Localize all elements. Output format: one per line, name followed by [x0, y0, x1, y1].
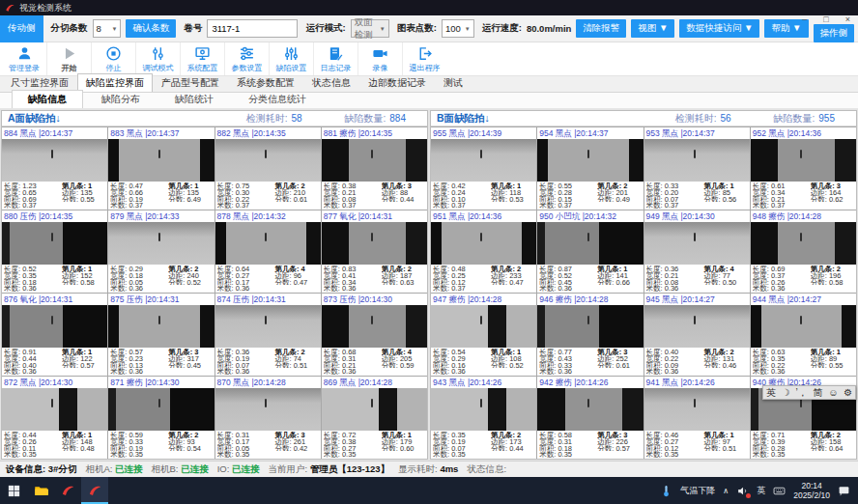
notification-dot [746, 493, 751, 498]
info-strip: 第几条: 1 [703, 182, 747, 189]
info-score: 分数: 0.51 [274, 362, 318, 369]
ime-punctuation-toggle[interactable]: ’， [795, 386, 807, 399]
defect-cell[interactable]: 880 压伤 |20:14:35长度: 0.52宽度: 0.35面积: 0.18… [2, 210, 107, 293]
defect-cell[interactable]: 942 擦伤 |20:14:26长度: 0.58宽度: 0.31面积: 0.18… [537, 377, 643, 459]
ime-lang-indicator[interactable]: 英 [757, 485, 765, 497]
ime-lang-toggle[interactable]: 英 [766, 386, 776, 399]
defect-cell[interactable]: 954 黑点 |20:14:37长度: 0.55宽度: 0.28面积: 0.15… [537, 127, 643, 210]
info-area: 面积: 0.21 [753, 196, 811, 203]
defect-cell[interactable]: 876 氧化 |20:14:31长度: 0.91宽度: 0.44面积: 0.40… [2, 294, 107, 376]
action-debug-sliders[interactable]: 调试模式 [135, 42, 180, 75]
info-len: 长度: 0.91 [4, 349, 62, 355]
operator-side-button[interactable]: 操作侧 [814, 24, 855, 42]
app-taskbar-icon-active[interactable] [81, 477, 108, 504]
defect-cell[interactable]: 874 压伤 |20:14:31长度: 0.36宽度: 0.19面积: 0.07… [215, 294, 321, 376]
info-area: 面积: 0.22 [217, 196, 275, 203]
defect-cell[interactable]: 947 擦伤 |20:14:28长度: 0.54宽度: 0.29面积: 0.16… [431, 294, 536, 376]
ime-simplified-toggle[interactable]: 简 [813, 386, 822, 399]
defect-info: 长度: 0.54宽度: 0.29面积: 0.16米数: 0.36第几条: 1边距… [431, 348, 536, 376]
defect-cell[interactable]: 881 擦伤 |20:14:35长度: 0.38宽度: 0.21面积: 0.08… [322, 127, 427, 210]
ime-settings-gear-icon[interactable]: ⚙ [844, 386, 852, 399]
drive-side-button[interactable]: 传动侧 [0, 15, 43, 42]
defect-cell[interactable]: 869 黑点 |20:14:28长度: 0.72宽度: 0.38面积: 0.27… [322, 377, 427, 459]
defect-cell[interactable]: 946 擦伤 |20:14:28长度: 0.77宽度: 0.43面积: 0.33… [537, 294, 643, 376]
slit-count-label: 分切条数 [51, 22, 88, 35]
info-strip: 第几条: 3 [597, 432, 641, 438]
defect-cell[interactable]: 953 黑点 |20:14:37长度: 0.33宽度: 0.20面积: 0.07… [644, 127, 750, 210]
app-taskbar-icon[interactable] [54, 477, 81, 504]
view-menu-button[interactable]: 视图 ▼ [631, 19, 674, 38]
defect-cell[interactable]: 952 黑点 |20:14:36长度: 0.61宽度: 0.34面积: 0.21… [751, 127, 856, 210]
action-exit[interactable]: 退出程序 [402, 42, 446, 75]
action-user[interactable]: 管理登录 [2, 42, 46, 75]
close-button[interactable]: × [845, 14, 850, 24]
defect-cell[interactable]: 945 黑点 |20:14:27长度: 0.40宽度: 0.22面积: 0.09… [644, 294, 750, 376]
defect-cell[interactable]: 950 小凹坑 |20:14:32长度: 0.87宽度: 0.52面积: 0.4… [537, 210, 643, 293]
info-wid: 宽度: 0.25 [433, 272, 491, 279]
sub-tab[interactable]: 分类信息统计 [232, 90, 323, 108]
defect-cell[interactable]: 949 黑点 |20:14:30长度: 0.36宽度: 0.21面积: 0.08… [644, 210, 750, 293]
action-label: 管理登录 [9, 63, 40, 73]
info-wid: 宽度: 0.17 [217, 438, 275, 445]
info-score: 分数: 0.55 [811, 362, 854, 369]
tray-expand-chevron[interactable]: ∧ [723, 487, 729, 495]
sub-tab[interactable]: 缺陷分布 [85, 90, 157, 108]
tray-app-icon[interactable] [838, 485, 850, 497]
main-tab[interactable]: 测试 [435, 73, 472, 92]
main-tab[interactable]: 边部数据记录 [359, 73, 435, 92]
start-button[interactable] [0, 477, 27, 504]
defect-cell[interactable]: 877 氧化 |20:14:31长度: 0.83宽度: 0.41面积: 0.34… [322, 210, 427, 293]
info-area: 面积: 0.09 [646, 362, 704, 369]
roll-number-input[interactable] [207, 19, 298, 38]
action-play[interactable]: 开始 [46, 42, 91, 75]
info-wid: 宽度: 0.33 [110, 438, 168, 445]
run-mode-select[interactable]: 双面检测▼ [351, 19, 389, 38]
ime-emoji-icon[interactable]: ☺ [828, 386, 838, 399]
defect-cell[interactable]: 882 黑点 |20:14:35长度: 0.75宽度: 0.30面积: 0.22… [215, 127, 321, 210]
action-params-sliders[interactable]: 参数设置 [224, 42, 269, 75]
debug-sliders-icon [150, 45, 166, 62]
action-stop[interactable]: 停止 [91, 42, 135, 75]
clock[interactable]: 20:142025/2/10 [793, 481, 830, 500]
info-len: 长度: 0.64 [217, 266, 275, 272]
defect-cell[interactable]: 951 黑点 |20:14:36长度: 0.48宽度: 0.25面积: 0.12… [431, 210, 536, 293]
ime-moon-icon[interactable]: ☽ [782, 386, 790, 399]
defect-mark [587, 399, 589, 407]
chart-points-select[interactable]: 100▼ [442, 19, 474, 38]
defect-cell[interactable]: 941 黑点 |20:14:26长度: 0.46宽度: 0.27面积: 0.12… [644, 377, 750, 459]
defect-cell[interactable]: 879 黑点 |20:14:33长度: 0.29宽度: 0.18面积: 0.05… [108, 210, 214, 293]
info-wid: 宽度: 0.37 [753, 272, 811, 279]
quick-access-menu-button[interactable]: 数据快捷访问 ▼ [679, 19, 759, 38]
defect-cell[interactable]: 884 黑点 |20:14:37长度: 1.23宽度: 0.65面积: 0.69… [2, 127, 107, 210]
sub-tab[interactable]: 缺陷信息 [12, 90, 83, 108]
keyboard-icon[interactable] [773, 485, 786, 497]
action-monitor[interactable]: 系统配置 [180, 42, 224, 75]
minimize-button[interactable]: – [802, 14, 807, 24]
panel-b-title: B面缺陷拍↓ [437, 112, 490, 126]
maximize-button[interactable]: □ [823, 14, 828, 24]
defect-cell[interactable]: 875 压伤 |20:14:31长度: 0.57宽度: 0.23面积: 0.13… [108, 294, 214, 376]
defect-cell[interactable]: 878 黑点 |20:14:32长度: 0.64宽度: 0.27面积: 0.17… [215, 210, 321, 293]
defect-cell[interactable]: 873 压伤 |20:14:30长度: 0.68宽度: 0.31面积: 0.21… [322, 294, 427, 376]
info-meters: 米数: 0.36 [4, 285, 62, 292]
defect-cell[interactable]: 948 擦伤 |20:14:28长度: 0.69宽度: 0.37面积: 0.26… [751, 210, 856, 293]
action-camera[interactable]: 录像 [358, 42, 402, 75]
defect-cell[interactable]: 944 黑点 |20:14:27长度: 0.63宽度: 0.35面积: 0.22… [751, 294, 856, 376]
weather-text[interactable]: 气温下降 [680, 485, 715, 497]
action-log[interactable]: 日志记录 [313, 42, 358, 75]
sub-tab[interactable]: 缺陷统计 [158, 90, 230, 108]
defect-cell[interactable]: 943 黑点 |20:14:26长度: 0.35宽度: 0.19面积: 0.07… [431, 377, 536, 459]
file-explorer-icon[interactable] [27, 477, 54, 504]
speaker-icon[interactable] [736, 485, 749, 497]
confirm-count-button[interactable]: 确认条数 [126, 19, 176, 38]
clear-alarm-button[interactable]: 清除报警 [576, 19, 626, 38]
defect-cell[interactable]: 872 黑点 |20:14:30长度: 0.44宽度: 0.26面积: 0.11… [2, 377, 107, 459]
action-defect-sliders[interactable]: 缺陷设置 [269, 42, 313, 75]
defect-cell[interactable]: 871 擦伤 |20:14:30长度: 0.59宽度: 0.33面积: 0.19… [108, 377, 214, 459]
info-area: 面积: 0.07 [433, 445, 491, 452]
defect-cell[interactable]: 955 黑点 |20:14:39长度: 0.42宽度: 0.24面积: 0.10… [431, 127, 536, 210]
info-area: 面积: 0.18 [4, 279, 62, 286]
defect-cell[interactable]: 870 黑点 |20:14:28长度: 0.31宽度: 0.17面积: 0.05… [215, 377, 321, 459]
slit-count-select[interactable]: 8▼ [93, 19, 122, 38]
defect-cell[interactable]: 883 黑点 |20:14:37长度: 0.47宽度: 0.66面积: 0.19… [108, 127, 214, 210]
